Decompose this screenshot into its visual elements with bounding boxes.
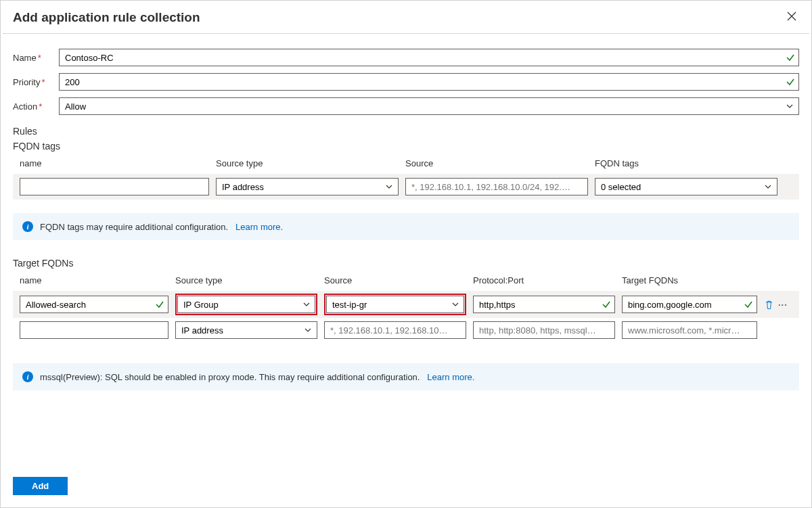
col-header-protocol-port: Protocol:Port [473,275,615,285]
col-header-fqdn-tags: FQDN tags [595,158,777,168]
priority-label: Priority* [13,77,59,87]
rules-heading: Rules [13,126,799,137]
learn-more-link[interactable]: Learn more. [235,222,283,232]
close-icon[interactable] [784,10,799,22]
tfqdn-target-fqdns-field[interactable] [622,296,757,313]
tfqdn-name-field[interactable] [20,296,168,313]
action-select[interactable] [59,97,799,115]
fqdn-tag-source-field[interactable] [405,178,588,195]
fqdn-tag-name-field[interactable] [20,178,209,195]
panel-body: Name* Priority* Action* [1,34,811,467]
tfqdn-source-type-select[interactable] [177,296,315,313]
tfqdn-source-select[interactable] [326,296,464,313]
fqdn-tags-row [13,174,799,200]
col-header-source-type: Source type [216,158,399,168]
delete-icon[interactable] [764,300,774,310]
fqdn-tag-tags-select[interactable] [595,178,777,195]
priority-field[interactable] [59,73,799,91]
col-header-target-fqdns: Target FQDNs [622,275,757,285]
tfqdn-protocol-port-field[interactable] [473,296,615,313]
panel-header: Add application rule collection [1,1,811,33]
target-fqdn-row: ··· [13,291,799,318]
tfqdn-name-field[interactable] [20,321,168,339]
info-icon: i [22,221,33,232]
name-field[interactable] [59,49,799,66]
tfqdn-source-field[interactable] [324,321,466,339]
fqdn-tag-source-type-select[interactable] [216,178,399,195]
more-icon[interactable]: ··· [778,300,788,310]
panel-footer: Add [1,467,811,507]
info-icon: i [22,371,33,382]
panel-title: Add application rule collection [13,10,200,25]
learn-more-link[interactable]: Learn more. [427,372,474,382]
target-fqdns-info-banner: i mssql(Preview): SQL should be enabled … [13,363,799,390]
fqdn-tags-table-header: name Source type Source FQDN tags [13,158,799,174]
tfqdn-target-fqdns-field[interactable] [622,321,757,339]
info-text: mssql(Preview): SQL should be enabled in… [40,372,420,382]
target-fqdns-heading: Target FQDNs [13,258,799,269]
name-label: Name* [13,53,59,63]
col-header-name: name [20,158,209,168]
add-application-rule-collection-panel: Add application rule collection Name* Pr… [0,0,812,508]
col-header-source: Source [324,275,466,285]
action-label: Action* [13,101,59,112]
tfqdn-protocol-port-field[interactable] [473,321,615,339]
col-header-source: Source [405,158,588,168]
col-header-name: name [20,275,168,285]
tfqdn-source-type-select[interactable] [175,321,317,339]
fqdn-tags-heading: FQDN tags [13,141,799,152]
info-text: FQDN tags may require additional configu… [40,222,228,232]
target-fqdns-table-header: name Source type Source Protocol:Port Ta… [13,275,799,291]
col-header-source-type: Source type [175,275,317,285]
row-priority: Priority* [13,73,799,91]
add-button[interactable]: Add [13,477,68,495]
row-name: Name* [13,49,799,66]
fqdn-tags-info-banner: i FQDN tags may require additional confi… [13,213,799,240]
row-action: Action* [13,97,799,115]
target-fqdn-row [13,318,799,342]
